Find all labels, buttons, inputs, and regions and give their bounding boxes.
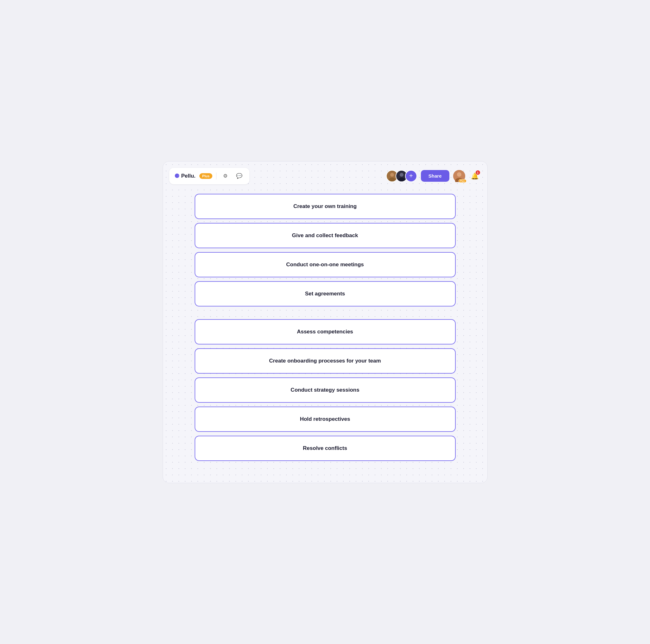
card-create-training[interactable]: Create your own training — [194, 194, 456, 219]
section-top: Create your own training Give and collec… — [194, 194, 456, 306]
add-member-button[interactable]: + — [405, 170, 417, 182]
card-retrospectives[interactable]: Hold retrospectives — [194, 407, 456, 432]
card-set-agreements[interactable]: Set agreements — [194, 281, 456, 306]
card-label: Create onboarding processes for your tea… — [269, 358, 381, 364]
profile-avatar-container: Plus — [453, 170, 465, 182]
plus-badge: Plus — [200, 173, 212, 179]
settings-button[interactable]: ⚙ — [220, 171, 230, 181]
header: ⚈ Pellu. Plus ⚙ 💬 — [169, 168, 481, 184]
chat-icon: 💬 — [236, 173, 243, 179]
profile-plus-badge: Plus — [459, 179, 466, 183]
logo-area: ⚈ Pellu. — [174, 173, 195, 179]
notification-badge: 1 — [475, 170, 480, 175]
card-label: Create your own training — [293, 203, 357, 209]
card-label: Conduct strategy sessions — [290, 387, 359, 393]
main-content: Create your own training Give and collec… — [169, 194, 481, 461]
card-resolve-conflicts[interactable]: Resolve conflicts — [194, 436, 456, 461]
share-button[interactable]: Share — [421, 170, 449, 182]
header-right: + Share Plus 🔔 1 — [386, 170, 481, 182]
logo-pin-icon: ⚈ — [174, 173, 179, 179]
section-bottom: Assess competencies Create onboarding pr… — [194, 319, 456, 461]
card-strategy-sessions[interactable]: Conduct strategy sessions — [194, 377, 456, 403]
chat-button[interactable]: 💬 — [234, 171, 244, 181]
card-assess-competencies[interactable]: Assess competencies — [194, 319, 456, 344]
svg-point-7 — [457, 172, 461, 177]
app-container: ⚈ Pellu. Plus ⚙ 💬 — [162, 161, 488, 483]
card-label: Conduct one-on-one meetings — [286, 262, 364, 268]
settings-icon: ⚙ — [223, 173, 227, 179]
svg-point-4 — [400, 173, 403, 177]
card-label: Set agreements — [305, 291, 345, 297]
plus-icon: + — [409, 172, 413, 179]
card-label: Assess competencies — [297, 329, 353, 335]
header-left: ⚈ Pellu. Plus ⚙ 💬 — [169, 168, 250, 184]
card-label: Give and collect feedback — [292, 232, 358, 238]
notification-button[interactable]: 🔔 1 — [469, 170, 481, 182]
card-one-on-one[interactable]: Conduct one-on-one meetings — [194, 252, 456, 277]
card-give-feedback[interactable]: Give and collect feedback — [194, 223, 456, 248]
divider — [216, 173, 216, 179]
card-onboarding[interactable]: Create onboarding processes for your tea… — [194, 348, 456, 374]
avatars-group: + — [386, 170, 417, 182]
svg-point-1 — [390, 173, 394, 177]
card-label: Resolve conflicts — [303, 445, 347, 451]
card-label: Hold retrospectives — [300, 416, 350, 422]
logo-text: Pellu. — [181, 173, 195, 179]
